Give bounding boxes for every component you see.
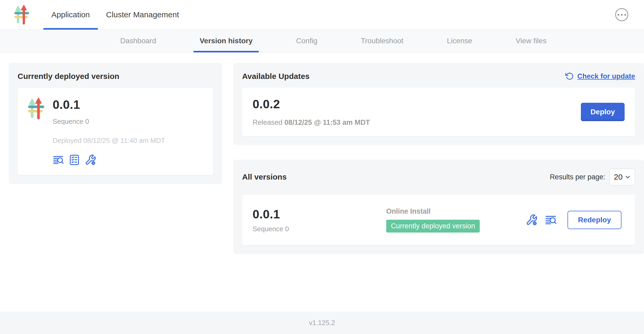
edit-config-icon[interactable]	[526, 214, 538, 226]
app-arrows-logo-icon	[14, 5, 29, 25]
tab-view-files-label: View files	[516, 37, 547, 45]
available-updates-head: Available Updates Check for update	[242, 72, 635, 81]
ellipsis-dot	[624, 14, 626, 16]
update-released-line: Released 08/12/25 @ 11:53 am MDT	[253, 118, 370, 127]
tab-config[interactable]: Config	[290, 30, 324, 52]
deploy-button[interactable]: Deploy	[581, 103, 625, 121]
deployed-sequence: Sequence 0	[53, 117, 165, 126]
currently-deployed-badge: Currently deployed version	[386, 220, 480, 233]
currently-deployed-title: Currently deployed version	[18, 72, 213, 81]
available-updates-title: Available Updates	[242, 72, 309, 81]
header-tabs: Application Cluster Management	[43, 0, 187, 29]
results-per-page-label: Results per page:	[550, 173, 605, 181]
edit-config-icon[interactable]	[85, 154, 96, 166]
tab-cluster-management-label: Cluster Management	[106, 10, 179, 19]
tab-config-label: Config	[296, 37, 317, 45]
currently-deployed-card: Currently deployed version 0.0.1 Sequenc…	[9, 63, 222, 184]
preflight-checks-icon[interactable]	[69, 154, 80, 165]
main-content: Currently deployed version 0.0.1 Sequenc…	[0, 52, 644, 311]
logs-icon[interactable]	[545, 214, 557, 226]
tab-troubleshoot-label: Troubleshoot	[361, 37, 403, 45]
update-row: 0.0.2 Released 08/12/25 @ 11:53 am MDT D…	[242, 88, 635, 136]
tab-application[interactable]: Application	[43, 0, 98, 29]
tab-dashboard-label: Dashboard	[120, 37, 156, 45]
tab-dashboard[interactable]: Dashboard	[114, 30, 162, 52]
check-for-update-link[interactable]: Check for update	[565, 72, 635, 81]
row-version-number: 0.0.1	[253, 207, 386, 221]
console-version: v1.125.2	[309, 319, 335, 327]
all-versions-title: All versions	[242, 173, 287, 181]
all-versions-card: All versions Results per page: 20 0.0.1 …	[233, 160, 644, 254]
chevron-down-icon	[624, 174, 631, 180]
secondary-nav: Dashboard Version history Config Trouble…	[0, 30, 644, 52]
tab-troubleshoot[interactable]: Troubleshoot	[354, 30, 410, 52]
tab-cluster-management[interactable]: Cluster Management	[98, 0, 187, 29]
tab-license-label: License	[447, 37, 472, 45]
all-versions-head: All versions Results per page: 20	[242, 169, 635, 185]
ellipsis-dot	[621, 14, 623, 16]
deployed-info: 0.0.1 Sequence 0 Deployed 08/12/25 @ 11:…	[53, 98, 165, 166]
row-sequence: Sequence 0	[253, 225, 386, 233]
ellipsis-menu-icon[interactable]	[615, 8, 628, 21]
install-type-label: Online Install	[386, 207, 526, 216]
results-per-page-value: 20	[614, 173, 623, 181]
deployed-version-number: 0.0.1	[53, 98, 165, 112]
page: Application Cluster Management Dashboard…	[0, 0, 644, 334]
logs-icon[interactable]	[53, 154, 64, 165]
version-row-actions: Redeploy	[526, 211, 625, 229]
deployed-date: Deployed 08/12/25 @ 11:40 am MDT	[53, 137, 165, 145]
results-per-page: Results per page: 20	[550, 169, 635, 185]
tab-license[interactable]: License	[441, 30, 479, 52]
released-label: Released	[253, 118, 282, 126]
tab-view-files[interactable]: View files	[509, 30, 553, 52]
check-for-update-label: Check for update	[577, 72, 635, 80]
update-version-number: 0.0.2	[253, 97, 370, 111]
tab-version-history-label: Version history	[200, 37, 253, 45]
right-column: Available Updates Check for update 0.0.2…	[233, 63, 644, 254]
header-right	[615, 0, 644, 29]
deployed-action-icons	[53, 154, 165, 166]
redeploy-button[interactable]: Redeploy	[567, 211, 621, 229]
ellipsis-dot	[618, 14, 619, 16]
tab-application-label: Application	[51, 10, 90, 19]
update-info: 0.0.2 Released 08/12/25 @ 11:53 am MDT	[253, 97, 370, 127]
results-per-page-select[interactable]: 20	[609, 169, 635, 185]
tab-version-history[interactable]: Version history	[193, 30, 259, 52]
app-logo	[0, 0, 43, 29]
available-updates-card: Available Updates Check for update 0.0.2…	[233, 63, 644, 145]
deployed-version-detail: 0.0.1 Sequence 0 Deployed 08/12/25 @ 11:…	[18, 88, 213, 175]
footer: v1.125.2	[0, 311, 644, 334]
version-row-info: 0.0.1 Sequence 0	[253, 207, 386, 233]
released-date: 08/12/25 @ 11:53 am MDT	[285, 118, 370, 126]
top-header: Application Cluster Management	[0, 0, 644, 30]
refresh-icon	[565, 72, 574, 81]
app-arrows-logo-icon	[28, 98, 44, 120]
version-row: 0.0.1 Sequence 0 Online Install Currentl…	[242, 195, 635, 245]
version-row-status: Online Install Currently deployed versio…	[386, 207, 526, 233]
